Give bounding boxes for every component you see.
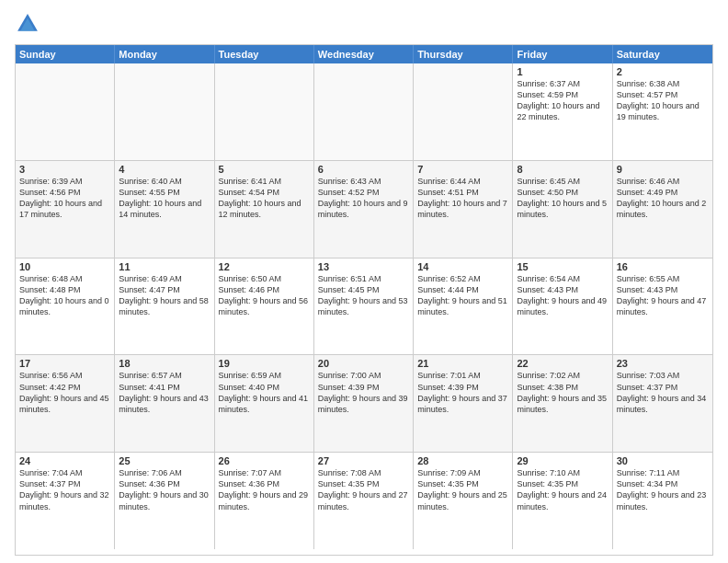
cal-cell: 22Sunrise: 7:02 AM Sunset: 4:38 PM Dayli…: [513, 355, 612, 452]
day-info: Sunrise: 6:54 AM Sunset: 4:43 PM Dayligh…: [517, 273, 608, 318]
cal-cell: [414, 63, 513, 160]
weekday-header-tuesday: Tuesday: [215, 45, 314, 63]
week-row-3: 10Sunrise: 6:48 AM Sunset: 4:48 PM Dayli…: [16, 259, 712, 356]
day-number: 29: [517, 455, 608, 466]
cal-cell: 16Sunrise: 6:55 AM Sunset: 4:43 PM Dayli…: [613, 259, 712, 355]
cal-cell: 14Sunrise: 6:52 AM Sunset: 4:44 PM Dayli…: [414, 259, 513, 355]
cal-cell: 11Sunrise: 6:49 AM Sunset: 4:47 PM Dayli…: [115, 259, 214, 355]
day-info: Sunrise: 6:49 AM Sunset: 4:47 PM Dayligh…: [119, 273, 210, 318]
weekday-header-thursday: Thursday: [414, 45, 513, 63]
weekday-header-saturday: Saturday: [613, 45, 712, 63]
day-number: 26: [219, 455, 310, 466]
day-number: 22: [517, 358, 608, 369]
day-number: 16: [617, 261, 709, 272]
day-number: 14: [417, 261, 508, 272]
day-info: Sunrise: 6:37 AM Sunset: 4:59 PM Dayligh…: [517, 78, 608, 123]
day-number: 4: [119, 164, 210, 175]
day-info: Sunrise: 6:46 AM Sunset: 4:49 PM Dayligh…: [617, 176, 709, 221]
cal-cell: 12Sunrise: 6:50 AM Sunset: 4:46 PM Dayli…: [215, 259, 314, 355]
day-number: 28: [417, 455, 508, 466]
week-row-5: 24Sunrise: 7:04 AM Sunset: 4:37 PM Dayli…: [16, 453, 712, 549]
day-number: 27: [318, 455, 409, 466]
day-info: Sunrise: 7:08 AM Sunset: 4:35 PM Dayligh…: [318, 467, 409, 512]
day-info: Sunrise: 7:10 AM Sunset: 4:35 PM Dayligh…: [517, 467, 608, 512]
cal-cell: 26Sunrise: 7:07 AM Sunset: 4:36 PM Dayli…: [215, 453, 314, 549]
cal-cell: 30Sunrise: 7:11 AM Sunset: 4:34 PM Dayli…: [613, 453, 712, 549]
calendar-body: 1Sunrise: 6:37 AM Sunset: 4:59 PM Daylig…: [16, 63, 712, 549]
day-number: 3: [19, 164, 110, 175]
day-info: Sunrise: 7:03 AM Sunset: 4:37 PM Dayligh…: [617, 370, 709, 415]
day-info: Sunrise: 6:51 AM Sunset: 4:45 PM Dayligh…: [318, 273, 409, 318]
day-info: Sunrise: 6:56 AM Sunset: 4:42 PM Dayligh…: [19, 370, 110, 415]
day-number: 2: [617, 66, 709, 77]
cal-cell: 24Sunrise: 7:04 AM Sunset: 4:37 PM Dayli…: [16, 453, 115, 549]
cal-cell: 5Sunrise: 6:41 AM Sunset: 4:54 PM Daylig…: [215, 161, 314, 258]
cal-cell: 8Sunrise: 6:45 AM Sunset: 4:50 PM Daylig…: [513, 161, 612, 258]
day-number: 21: [417, 358, 508, 369]
weekday-header-sunday: Sunday: [16, 45, 115, 63]
day-info: Sunrise: 6:44 AM Sunset: 4:51 PM Dayligh…: [417, 176, 508, 221]
day-number: 24: [19, 455, 110, 466]
cal-cell: 9Sunrise: 6:46 AM Sunset: 4:49 PM Daylig…: [613, 161, 712, 258]
day-number: 9: [617, 164, 709, 175]
cal-cell: 17Sunrise: 6:56 AM Sunset: 4:42 PM Dayli…: [16, 355, 115, 452]
cal-cell: [115, 63, 214, 160]
cal-cell: 29Sunrise: 7:10 AM Sunset: 4:35 PM Dayli…: [513, 453, 612, 549]
cal-cell: 20Sunrise: 7:00 AM Sunset: 4:39 PM Dayli…: [314, 355, 414, 452]
cal-cell: 6Sunrise: 6:43 AM Sunset: 4:52 PM Daylig…: [314, 161, 414, 258]
day-info: Sunrise: 7:07 AM Sunset: 4:36 PM Dayligh…: [219, 467, 310, 512]
logo: [15, 11, 44, 37]
cal-cell: 2Sunrise: 6:38 AM Sunset: 4:57 PM Daylig…: [613, 63, 712, 160]
cal-cell: 1Sunrise: 6:37 AM Sunset: 4:59 PM Daylig…: [513, 63, 612, 160]
logo-icon: [15, 11, 40, 37]
weekday-header-wednesday: Wednesday: [314, 45, 414, 63]
day-number: 13: [318, 261, 409, 272]
day-info: Sunrise: 6:38 AM Sunset: 4:57 PM Dayligh…: [617, 78, 709, 123]
day-number: 30: [617, 455, 709, 466]
header: [15, 11, 713, 37]
day-number: 6: [318, 164, 409, 175]
cal-cell: 25Sunrise: 7:06 AM Sunset: 4:36 PM Dayli…: [115, 453, 214, 549]
day-info: Sunrise: 6:45 AM Sunset: 4:50 PM Dayligh…: [517, 176, 608, 221]
cal-cell: 15Sunrise: 6:54 AM Sunset: 4:43 PM Dayli…: [513, 259, 612, 355]
day-info: Sunrise: 6:59 AM Sunset: 4:40 PM Dayligh…: [219, 370, 310, 415]
day-number: 19: [219, 358, 310, 369]
day-number: 15: [517, 261, 608, 272]
day-number: 7: [417, 164, 508, 175]
day-info: Sunrise: 6:50 AM Sunset: 4:46 PM Dayligh…: [219, 273, 310, 318]
day-info: Sunrise: 6:40 AM Sunset: 4:55 PM Dayligh…: [119, 176, 210, 221]
cal-cell: 19Sunrise: 6:59 AM Sunset: 4:40 PM Dayli…: [215, 355, 314, 452]
weekday-header-monday: Monday: [115, 45, 214, 63]
day-info: Sunrise: 7:11 AM Sunset: 4:34 PM Dayligh…: [617, 467, 709, 512]
day-info: Sunrise: 7:09 AM Sunset: 4:35 PM Dayligh…: [417, 467, 508, 512]
page: SundayMondayTuesdayWednesdayThursdayFrid…: [0, 0, 728, 563]
day-number: 8: [517, 164, 608, 175]
day-number: 5: [219, 164, 310, 175]
cal-cell: 10Sunrise: 6:48 AM Sunset: 4:48 PM Dayli…: [16, 259, 115, 355]
cal-cell: [215, 63, 314, 160]
day-number: 12: [219, 261, 310, 272]
day-number: 23: [617, 358, 709, 369]
day-info: Sunrise: 7:04 AM Sunset: 4:37 PM Dayligh…: [19, 467, 110, 512]
day-number: 25: [119, 455, 210, 466]
day-info: Sunrise: 6:57 AM Sunset: 4:41 PM Dayligh…: [119, 370, 210, 415]
cal-cell: 28Sunrise: 7:09 AM Sunset: 4:35 PM Dayli…: [414, 453, 513, 549]
cal-cell: 27Sunrise: 7:08 AM Sunset: 4:35 PM Dayli…: [314, 453, 414, 549]
day-info: Sunrise: 7:01 AM Sunset: 4:39 PM Dayligh…: [417, 370, 508, 415]
day-info: Sunrise: 7:02 AM Sunset: 4:38 PM Dayligh…: [517, 370, 608, 415]
day-info: Sunrise: 6:52 AM Sunset: 4:44 PM Dayligh…: [417, 273, 508, 318]
cal-cell: 7Sunrise: 6:44 AM Sunset: 4:51 PM Daylig…: [414, 161, 513, 258]
cal-cell: 23Sunrise: 7:03 AM Sunset: 4:37 PM Dayli…: [613, 355, 712, 452]
calendar: SundayMondayTuesdayWednesdayThursdayFrid…: [15, 44, 713, 556]
day-info: Sunrise: 6:48 AM Sunset: 4:48 PM Dayligh…: [19, 273, 110, 318]
day-info: Sunrise: 6:39 AM Sunset: 4:56 PM Dayligh…: [19, 176, 110, 221]
week-row-1: 1Sunrise: 6:37 AM Sunset: 4:59 PM Daylig…: [16, 63, 712, 161]
day-number: 18: [119, 358, 210, 369]
day-number: 1: [517, 66, 608, 77]
day-info: Sunrise: 7:00 AM Sunset: 4:39 PM Dayligh…: [318, 370, 409, 415]
day-number: 20: [318, 358, 409, 369]
cal-cell: [16, 63, 115, 160]
cal-cell: [314, 63, 414, 160]
day-info: Sunrise: 7:06 AM Sunset: 4:36 PM Dayligh…: [119, 467, 210, 512]
weekday-header-friday: Friday: [513, 45, 612, 63]
